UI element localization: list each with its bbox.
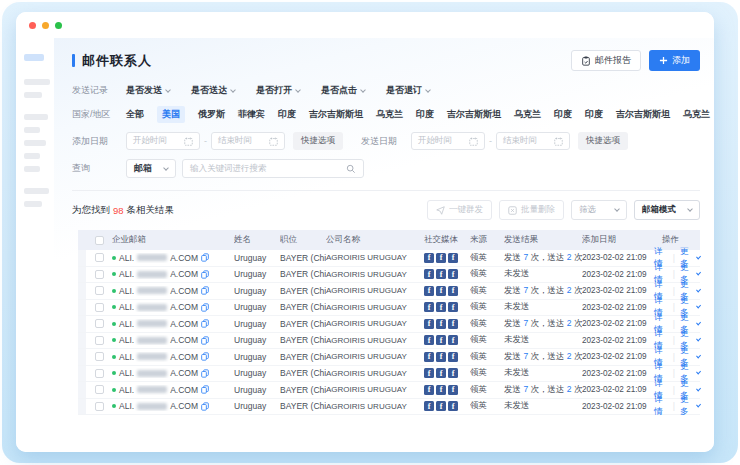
facebook-icon[interactable]: f bbox=[436, 269, 446, 279]
close-window-button[interactable] bbox=[29, 22, 36, 29]
row-checkbox[interactable] bbox=[95, 369, 104, 378]
batch-delete-button[interactable]: 批量删除 bbox=[499, 200, 564, 220]
country-option[interactable]: 印度 bbox=[554, 108, 572, 121]
row-checkbox[interactable] bbox=[95, 303, 104, 312]
row-checkbox[interactable] bbox=[95, 385, 104, 394]
country-option[interactable]: 乌克兰 bbox=[683, 108, 710, 121]
filter-dropdown-0[interactable]: 是否发送 bbox=[126, 84, 170, 97]
facebook-icon[interactable]: f bbox=[448, 302, 458, 312]
country-option[interactable]: 菲律宾 bbox=[238, 108, 265, 121]
sidebar-skeleton-item[interactable] bbox=[24, 114, 48, 120]
sidebar-skeleton-item[interactable] bbox=[24, 201, 42, 207]
country-option-selected[interactable]: 美国 bbox=[157, 106, 185, 123]
sidebar-skeleton-item[interactable] bbox=[24, 188, 49, 194]
facebook-icon[interactable]: f bbox=[448, 385, 458, 395]
copy-icon[interactable] bbox=[201, 270, 209, 279]
facebook-icon[interactable]: f bbox=[436, 253, 446, 263]
filter-dropdown-1[interactable]: 是否送达 bbox=[191, 84, 235, 97]
facebook-icon[interactable]: f bbox=[436, 368, 446, 378]
send-date-quick-options-button[interactable]: 快捷选项 bbox=[578, 132, 628, 150]
facebook-icon[interactable]: f bbox=[424, 385, 434, 395]
minimize-window-button[interactable] bbox=[42, 22, 49, 29]
sidebar-skeleton-item[interactable] bbox=[24, 153, 40, 159]
add-contact-button[interactable]: 添加 bbox=[649, 50, 700, 71]
more-link[interactable]: 更多 bbox=[680, 394, 700, 418]
facebook-icon[interactable]: f bbox=[436, 352, 446, 362]
query-type-select[interactable]: 邮箱 bbox=[126, 159, 176, 178]
row-checkbox[interactable] bbox=[95, 402, 104, 411]
send-date-end-input[interactable]: 结束时间 bbox=[496, 132, 570, 150]
row-checkbox[interactable] bbox=[95, 336, 104, 345]
copy-icon[interactable] bbox=[201, 319, 209, 328]
country-option[interactable]: 印度 bbox=[416, 108, 434, 121]
row-checkbox[interactable] bbox=[95, 352, 104, 361]
add-date-start-input[interactable]: 开始时间 bbox=[126, 132, 200, 150]
facebook-icon[interactable]: f bbox=[424, 253, 434, 263]
mass-send-button[interactable]: 一键群发 bbox=[427, 200, 492, 220]
country-option[interactable]: 吉尔吉斯斯坦 bbox=[447, 108, 501, 121]
search-icon bbox=[346, 164, 356, 174]
facebook-icon[interactable]: f bbox=[448, 286, 458, 296]
mailbox-mode-select[interactable]: 邮箱模式 bbox=[634, 200, 700, 220]
facebook-icon[interactable]: f bbox=[424, 269, 434, 279]
facebook-icon[interactable]: f bbox=[448, 269, 458, 279]
facebook-icon[interactable]: f bbox=[424, 335, 434, 345]
facebook-icon[interactable]: f bbox=[436, 286, 446, 296]
facebook-icon[interactable]: f bbox=[436, 385, 446, 395]
copy-icon[interactable] bbox=[201, 369, 209, 378]
facebook-icon[interactable]: f bbox=[448, 319, 458, 329]
country-option[interactable]: 印度 bbox=[278, 108, 296, 121]
facebook-icon[interactable]: f bbox=[424, 319, 434, 329]
facebook-icon[interactable]: f bbox=[436, 302, 446, 312]
row-checkbox[interactable] bbox=[95, 253, 104, 262]
facebook-icon[interactable]: f bbox=[436, 319, 446, 329]
row-checkbox[interactable] bbox=[95, 319, 104, 328]
email-report-button[interactable]: 邮件报告 bbox=[571, 50, 641, 71]
country-option[interactable]: 乌克兰 bbox=[514, 108, 541, 121]
facebook-icon[interactable]: f bbox=[424, 368, 434, 378]
filter-dropdown-2[interactable]: 是否打开 bbox=[256, 84, 300, 97]
filter-dropdown-3[interactable]: 是否点击 bbox=[321, 84, 365, 97]
country-option[interactable]: 吉尔吉斯斯坦 bbox=[309, 108, 363, 121]
sidebar-skeleton-item[interactable] bbox=[24, 127, 40, 133]
search-input[interactable]: 输入关键词进行搜索 bbox=[182, 159, 364, 178]
facebook-icon[interactable]: f bbox=[424, 286, 434, 296]
copy-icon[interactable] bbox=[201, 253, 209, 262]
row-checkbox[interactable] bbox=[95, 270, 104, 279]
country-option[interactable]: 全部 bbox=[126, 108, 144, 121]
facebook-icon[interactable]: f bbox=[424, 302, 434, 312]
sidebar-item-active[interactable] bbox=[24, 54, 44, 61]
sidebar-skeleton-item[interactable] bbox=[24, 79, 50, 85]
send-date-start-input[interactable]: 开始时间 bbox=[411, 132, 485, 150]
copy-icon[interactable] bbox=[201, 402, 209, 411]
add-date-quick-options-button[interactable]: 快捷选项 bbox=[293, 132, 343, 150]
sidebar-skeleton-item[interactable] bbox=[24, 92, 42, 98]
facebook-icon[interactable]: f bbox=[448, 253, 458, 263]
copy-icon[interactable] bbox=[201, 286, 209, 295]
add-date-end-input[interactable]: 结束时间 bbox=[211, 132, 285, 150]
copy-icon[interactable] bbox=[201, 303, 209, 312]
sidebar-skeleton-item[interactable] bbox=[24, 140, 46, 146]
row-checkbox[interactable] bbox=[95, 286, 104, 295]
sidebar-skeleton-item[interactable] bbox=[24, 166, 40, 172]
copy-icon[interactable] bbox=[201, 385, 209, 394]
filter-dropdown-4[interactable]: 是否退订 bbox=[386, 84, 430, 97]
facebook-icon[interactable]: f bbox=[436, 335, 446, 345]
facebook-icon[interactable]: f bbox=[448, 401, 458, 411]
copy-icon[interactable] bbox=[201, 352, 209, 361]
facebook-icon[interactable]: f bbox=[448, 368, 458, 378]
country-option[interactable]: 吉尔吉斯斯坦 bbox=[616, 108, 670, 121]
facebook-icon[interactable]: f bbox=[424, 401, 434, 411]
zoom-window-button[interactable] bbox=[55, 22, 62, 29]
facebook-icon[interactable]: f bbox=[424, 352, 434, 362]
detail-link[interactable]: 详情 bbox=[654, 394, 668, 418]
country-option[interactable]: 印度 bbox=[585, 108, 603, 121]
facebook-icon[interactable]: f bbox=[448, 335, 458, 345]
country-option[interactable]: 乌克兰 bbox=[376, 108, 403, 121]
facebook-icon[interactable]: f bbox=[436, 401, 446, 411]
copy-icon[interactable] bbox=[201, 336, 209, 345]
facebook-icon[interactable]: f bbox=[448, 352, 458, 362]
select-all-checkbox[interactable] bbox=[95, 236, 104, 245]
filter-select[interactable]: 筛选 bbox=[571, 200, 627, 220]
country-option[interactable]: 俄罗斯 bbox=[198, 108, 225, 121]
